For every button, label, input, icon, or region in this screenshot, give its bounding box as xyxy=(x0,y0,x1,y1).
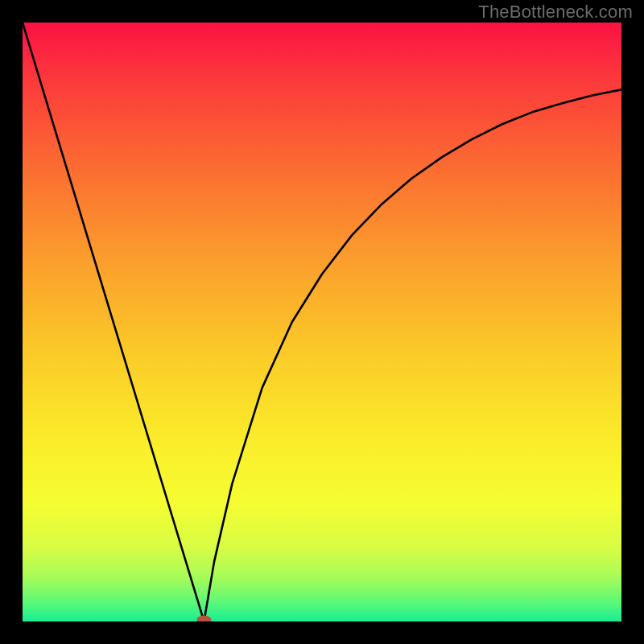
chart-svg xyxy=(23,23,621,621)
chart-frame: TheBottleneck.com xyxy=(0,0,644,644)
plot-area xyxy=(23,23,621,621)
watermark-label: TheBottleneck.com xyxy=(478,2,633,23)
